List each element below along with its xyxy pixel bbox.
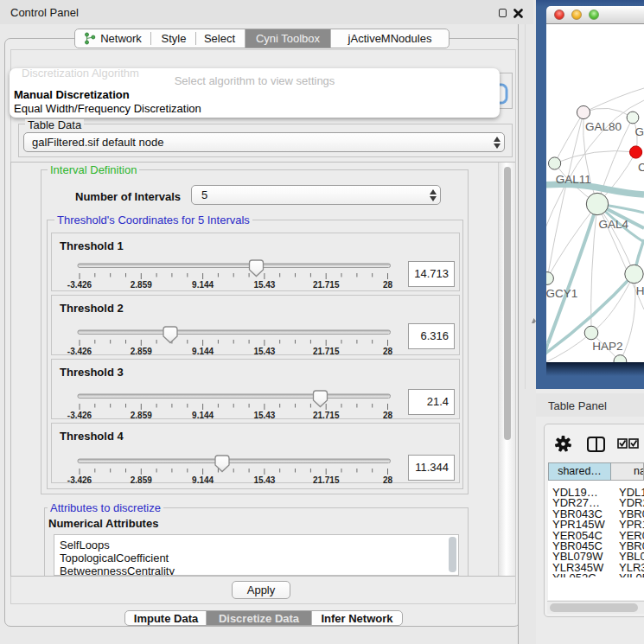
svg-text:-3.426: -3.426 — [67, 411, 92, 419]
svg-text:H: H — [636, 284, 644, 297]
svg-text:GA: GA — [635, 125, 644, 138]
svg-text:GAL4: GAL4 — [599, 218, 629, 231]
svg-text:15.43: 15.43 — [253, 475, 275, 483]
svg-text:GCY1: GCY1 — [546, 287, 577, 300]
svg-text:9.144: 9.144 — [192, 411, 214, 419]
svg-text:21.715: 21.715 — [313, 280, 340, 290]
svg-text:2.859: 2.859 — [131, 347, 152, 355]
svg-text:9.144: 9.144 — [192, 280, 214, 290]
svg-text:2.859: 2.859 — [131, 475, 152, 483]
svg-text:21.715: 21.715 — [313, 347, 340, 355]
svg-text:-3.426: -3.426 — [67, 280, 92, 290]
svg-text:28: 28 — [383, 411, 393, 419]
svg-text:-3.426: -3.426 — [67, 475, 92, 483]
svg-text:28: 28 — [383, 347, 393, 355]
svg-text:21.715: 21.715 — [313, 475, 340, 483]
svg-text:-3.426: -3.426 — [67, 347, 92, 355]
svg-text:15.43: 15.43 — [253, 347, 275, 355]
svg-text:2.859: 2.859 — [131, 411, 152, 419]
svg-text:C: C — [638, 161, 644, 174]
svg-text:9.144: 9.144 — [192, 475, 214, 483]
svg-text:15.43: 15.43 — [253, 411, 275, 419]
svg-text:28: 28 — [383, 280, 393, 290]
svg-text:15.43: 15.43 — [253, 280, 275, 290]
svg-text:2.859: 2.859 — [131, 280, 152, 290]
svg-text:28: 28 — [383, 475, 393, 483]
svg-text:HAP2: HAP2 — [592, 340, 622, 353]
svg-text:9.144: 9.144 — [192, 347, 214, 355]
svg-text:GAL11: GAL11 — [556, 173, 591, 186]
svg-text:21.715: 21.715 — [313, 411, 340, 419]
svg-text:GAL80: GAL80 — [585, 120, 622, 133]
